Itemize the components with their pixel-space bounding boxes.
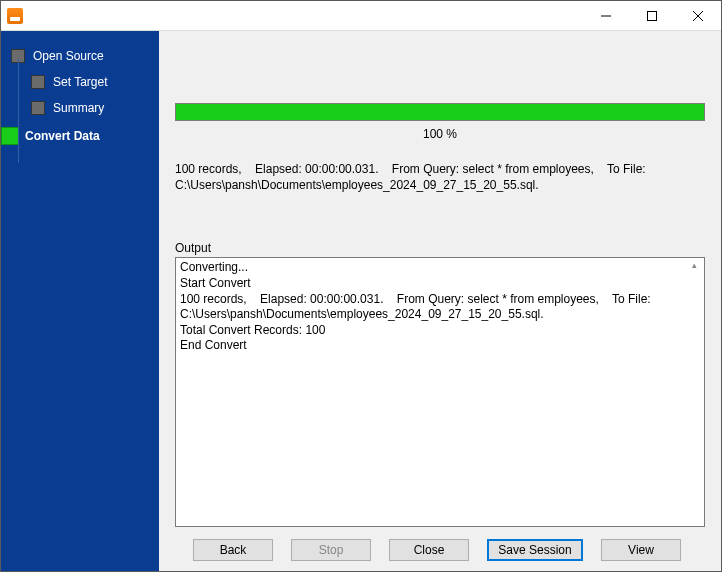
app-icon	[7, 8, 23, 24]
maximize-button[interactable]	[629, 1, 675, 30]
titlebar	[1, 1, 721, 31]
window-controls	[583, 1, 721, 30]
scroll-up-icon[interactable]: ▴	[687, 260, 702, 275]
step-set-target[interactable]: Set Target	[1, 69, 159, 95]
step-box-icon	[11, 49, 25, 63]
minimize-button[interactable]	[583, 1, 629, 30]
save-session-button[interactable]: Save Session	[487, 539, 583, 561]
step-label: Set Target	[53, 75, 107, 89]
stop-button: Stop	[291, 539, 371, 561]
output-heading: Output	[175, 241, 705, 255]
step-convert-data[interactable]: Convert Data	[1, 121, 159, 151]
step-open-source[interactable]: Open Source	[1, 43, 159, 69]
svg-rect-1	[648, 11, 657, 20]
output-text: Converting... Start Convert 100 records,…	[180, 260, 654, 352]
step-summary[interactable]: Summary	[1, 95, 159, 121]
step-label: Open Source	[33, 49, 104, 63]
step-box-icon	[31, 75, 45, 89]
step-label: Summary	[53, 101, 104, 115]
progress-bar	[175, 103, 705, 121]
view-button[interactable]: View	[601, 539, 681, 561]
back-button[interactable]: Back	[193, 539, 273, 561]
main-panel: 100 % 100 records, Elapsed: 00:00:00.031…	[159, 31, 721, 571]
step-box-icon	[31, 101, 45, 115]
output-log[interactable]: Converting... Start Convert 100 records,…	[175, 257, 705, 527]
step-label: Convert Data	[25, 129, 100, 143]
button-row: Back Stop Close Save Session View	[175, 539, 705, 561]
close-button[interactable]	[675, 1, 721, 30]
wizard-sidebar: Open Source Set Target Summary Convert D…	[1, 31, 159, 571]
close-dialog-button[interactable]: Close	[389, 539, 469, 561]
conversion-summary: 100 records, Elapsed: 00:00:00.031. From…	[175, 161, 705, 193]
step-box-icon	[1, 127, 19, 145]
progress-percent: 100 %	[175, 127, 705, 141]
